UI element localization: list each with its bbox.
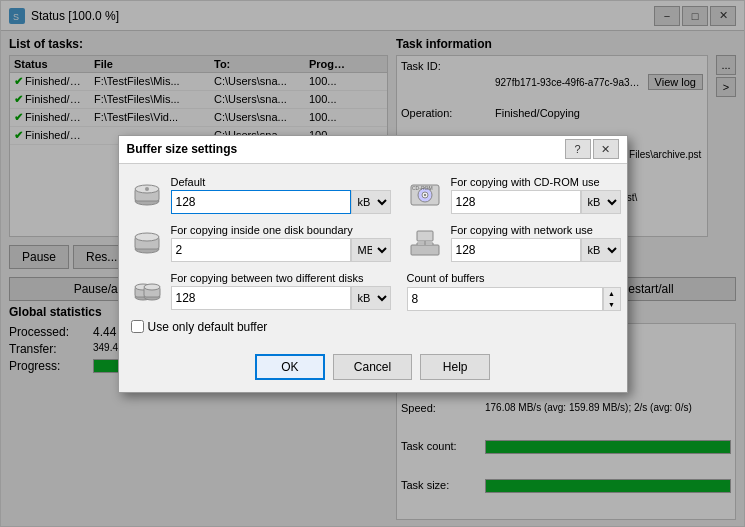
network-input[interactable] xyxy=(451,238,581,262)
use-default-buffer-checkbox[interactable] xyxy=(131,320,144,333)
svg-text:CD-ROM: CD-ROM xyxy=(412,185,433,191)
count-buffers-spinner-row: ▲ ▼ xyxy=(407,287,621,311)
svg-point-14 xyxy=(144,284,160,290)
count-buffers-field-group: Count of buffers ▲ ▼ xyxy=(407,272,621,311)
network-label: For copying with network use xyxy=(451,224,621,236)
between-disks-input[interactable] xyxy=(171,286,351,310)
dialog-close-button[interactable]: ✕ xyxy=(593,139,619,159)
use-default-buffer-row: Use only default buffer xyxy=(131,320,391,334)
between-disks-icon xyxy=(131,277,163,305)
dialog-overlay: Buffer size settings ? ✕ xyxy=(1,1,744,526)
default-unit-select[interactable]: kB MB xyxy=(351,190,391,214)
count-buffers-spinner: ▲ ▼ xyxy=(603,287,621,311)
dialog-title-buttons: ? ✕ xyxy=(565,139,619,159)
between-disks-label: For copying between two different disks xyxy=(171,272,391,284)
between-disks-field-group: For copying between two different disks … xyxy=(131,272,391,310)
dialog-body: Default kB MB xyxy=(119,164,627,346)
default-input-row: kB MB xyxy=(171,190,391,214)
cdrom-field-group: CD-ROM For copying with CD-ROM use kB xyxy=(407,176,621,214)
buffer-size-dialog: Buffer size settings ? ✕ xyxy=(118,135,628,393)
between-disks-unit-select[interactable]: kB MB xyxy=(351,286,391,310)
default-row: Default kB MB xyxy=(131,176,391,214)
dialog-left-col: Default kB MB xyxy=(131,176,391,334)
cdrom-input-row: kB MB xyxy=(451,190,621,214)
svg-point-8 xyxy=(135,233,159,241)
dialog-footer: OK Cancel Help xyxy=(119,346,627,392)
network-icon xyxy=(407,225,443,261)
between-disks-row: For copying between two different disks … xyxy=(131,272,391,310)
svg-rect-20 xyxy=(417,231,433,241)
spinner-down-button[interactable]: ▼ xyxy=(604,299,620,310)
default-label: Default xyxy=(171,176,391,188)
network-input-row: kB MB xyxy=(451,238,621,262)
cancel-button[interactable]: Cancel xyxy=(333,354,412,380)
count-buffers-input[interactable] xyxy=(407,287,603,311)
dialog-title: Buffer size settings xyxy=(127,142,238,156)
inside-disk-unit-select[interactable]: MB kB xyxy=(351,238,391,262)
svg-rect-21 xyxy=(411,245,439,255)
default-field-group: Default kB MB xyxy=(131,176,391,214)
network-field-group: For copying with network use kB MB xyxy=(407,224,621,262)
inside-disk-input-row: MB kB xyxy=(171,238,391,262)
help-button[interactable]: Help xyxy=(420,354,490,380)
svg-point-18 xyxy=(424,194,426,196)
dialog-title-bar: Buffer size settings ? ✕ xyxy=(119,136,627,164)
network-row: For copying with network use kB MB xyxy=(407,224,621,262)
cdrom-input[interactable] xyxy=(451,190,581,214)
cdrom-row: CD-ROM For copying with CD-ROM use kB xyxy=(407,176,621,214)
use-default-buffer-label: Use only default buffer xyxy=(148,320,268,334)
default-disk-icon xyxy=(131,181,163,209)
count-buffers-label: Count of buffers xyxy=(407,272,621,284)
cdrom-label: For copying with CD-ROM use xyxy=(451,176,621,188)
inside-disk-label: For copying inside one disk boundary xyxy=(171,224,391,236)
inside-disk-input[interactable] xyxy=(171,238,351,262)
dialog-help-button[interactable]: ? xyxy=(565,139,591,159)
cdrom-icon: CD-ROM xyxy=(407,177,443,213)
dialog-right-col: CD-ROM For copying with CD-ROM use kB xyxy=(407,176,621,334)
between-disks-input-row: kB MB xyxy=(171,286,391,310)
main-window: S Status [100.0 %] − □ ✕ List of tasks: … xyxy=(0,0,745,527)
network-unit-select[interactable]: kB MB xyxy=(581,238,621,262)
spinner-up-button[interactable]: ▲ xyxy=(604,288,620,299)
inside-disk-field-group: For copying inside one disk boundary MB … xyxy=(131,224,391,262)
ok-button[interactable]: OK xyxy=(255,354,325,380)
inside-disk-icon xyxy=(131,229,163,257)
default-input[interactable] xyxy=(171,190,351,214)
dialog-row-1: Default kB MB xyxy=(131,176,615,334)
inside-disk-row: For copying inside one disk boundary MB … xyxy=(131,224,391,262)
svg-point-5 xyxy=(145,187,149,191)
cdrom-unit-select[interactable]: kB MB xyxy=(581,190,621,214)
